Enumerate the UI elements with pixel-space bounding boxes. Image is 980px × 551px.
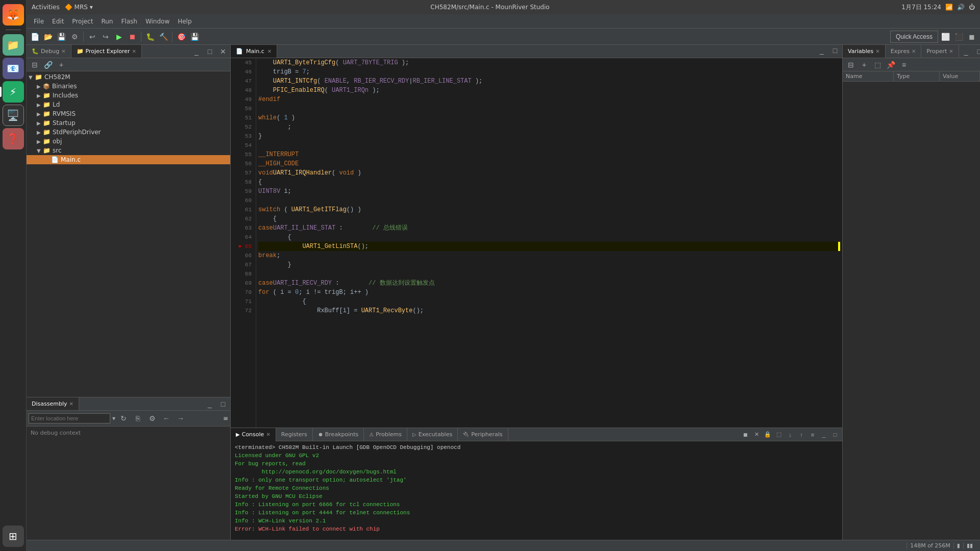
collapse-vars[interactable]: ⊟ xyxy=(845,59,857,71)
tree-ld[interactable]: ▶ 📁 Ld xyxy=(27,100,230,109)
toolbar-perspective-1[interactable]: ⬜ xyxy=(939,31,951,43)
minimize-editor[interactable]: _ xyxy=(816,44,828,57)
toolbar-new[interactable]: 📄 xyxy=(29,31,41,43)
maximize-left[interactable]: □ xyxy=(204,45,216,58)
toolbar-open[interactable]: 📂 xyxy=(42,31,54,43)
toolbar-perspective-3[interactable]: ◼ xyxy=(966,31,978,43)
menu-project[interactable]: Project xyxy=(68,17,97,26)
toolbar-target[interactable]: 🎯 xyxy=(175,31,187,43)
console-stop[interactable]: ⏹ xyxy=(740,430,750,440)
toolbar-build[interactable]: 🔨 xyxy=(157,31,169,43)
pin[interactable]: 📌 xyxy=(885,59,897,71)
dock-email[interactable]: 📧 xyxy=(3,58,24,79)
console-tab-close[interactable]: ✕ xyxy=(266,432,270,437)
activities-btn[interactable]: Activities xyxy=(32,4,60,11)
tab-debug[interactable]: 🐛 Debug ✕ xyxy=(27,45,71,58)
dock-mounriver[interactable]: ⚡ xyxy=(3,81,24,103)
tree-main-c[interactable]: 📄 Main.c xyxy=(27,155,230,164)
tree-includes[interactable]: ▶ 📁 Includes xyxy=(27,91,230,100)
menu-flash[interactable]: Flash xyxy=(117,17,141,26)
tree-stdperiphdriver[interactable]: ▶ 📁 StdPeriphDriver xyxy=(27,128,230,137)
collapse-all[interactable]: ⊟ xyxy=(29,59,41,71)
disasm-view-toggle[interactable]: ≡ xyxy=(223,415,228,422)
console-minimize[interactable]: _ xyxy=(819,430,829,440)
variables-tab-close[interactable]: ✕ xyxy=(875,48,879,54)
editor-tab-main-c[interactable]: 📄 Main.c ✕ xyxy=(231,45,277,58)
toolbar-settings[interactable]: ⚙ xyxy=(68,31,81,43)
menu-help[interactable]: Help xyxy=(174,17,195,26)
tab-expressions[interactable]: Expres ✕ xyxy=(886,45,922,58)
link-editor[interactable]: 🔗 xyxy=(42,59,54,71)
toolbar-save[interactable]: 💾 xyxy=(55,31,67,43)
tab-registers[interactable]: Registers xyxy=(276,428,313,441)
menu-run[interactable]: Run xyxy=(97,17,117,26)
tab-project-explorer[interactable]: 📁 Project Explorer ✕ xyxy=(71,45,142,58)
tab-console[interactable]: ▶ Console ✕ xyxy=(231,428,276,441)
open-new[interactable]: ⬚ xyxy=(871,59,884,71)
copy-btn[interactable]: ⎘ xyxy=(132,412,144,424)
console-clear[interactable]: ✕ xyxy=(751,430,762,440)
app-menu[interactable]: 🔶 MRS ▾ xyxy=(65,4,93,11)
tree-root-ch582m[interactable]: ▼ 📁 CH582M xyxy=(27,72,230,82)
tab-executables[interactable]: ▷ Executables xyxy=(407,428,458,441)
toolbar-redo[interactable]: ↪ xyxy=(100,31,112,43)
toolbar-debug[interactable]: 🐛 xyxy=(144,31,156,43)
tab-problems[interactable]: ⚠ Problems xyxy=(364,428,407,441)
dock-files[interactable]: 📁 xyxy=(3,34,24,56)
toolbar-chip[interactable]: 💾 xyxy=(188,31,201,43)
location-input[interactable] xyxy=(29,413,110,423)
tab-breakpoints[interactable]: ⏺ Breakpoints xyxy=(313,428,364,441)
disassembly-tab-close[interactable]: ✕ xyxy=(69,401,74,407)
toolbar-stop[interactable]: ⏹ xyxy=(126,31,138,43)
console-newwin[interactable]: ⬚ xyxy=(774,430,784,440)
maximize-right[interactable]: □ xyxy=(973,45,980,58)
menu-window[interactable]: Window xyxy=(141,17,174,26)
variables-table: Name Type Value xyxy=(843,71,980,540)
dock-help[interactable]: ❓ xyxy=(3,128,24,149)
code-content[interactable]: UART1_ByteTrigCfg( UART_7BYTE_TRIG ); tr… xyxy=(256,58,842,428)
console-maximize[interactable]: □ xyxy=(830,430,840,440)
nav-fwd[interactable]: → xyxy=(175,412,187,424)
add-var[interactable]: + xyxy=(858,59,870,71)
var-menu[interactable]: ≡ xyxy=(898,59,910,71)
maximize-editor[interactable]: □ xyxy=(829,44,841,57)
tree-rvmsis[interactable]: ▶ 📁 RVMSIS xyxy=(27,109,230,118)
dock-firefox[interactable]: 🦊 xyxy=(3,4,24,26)
properties-tab-close[interactable]: ✕ xyxy=(949,48,953,54)
menu-edit[interactable]: Edit xyxy=(48,17,68,26)
tree-startup[interactable]: ▶ 📁 Startup xyxy=(27,118,230,128)
console-out[interactable]: ↑ xyxy=(796,430,806,440)
toolbar-undo[interactable]: ↩ xyxy=(86,31,99,43)
toolbar-run[interactable]: ▶ xyxy=(113,31,125,43)
quick-access-button[interactable]: Quick Access xyxy=(890,31,938,43)
refresh-btn[interactable]: ↻ xyxy=(117,412,130,424)
dock-terminal[interactable]: 🖥️ xyxy=(3,105,24,126)
tab-variables[interactable]: Variables ✕ xyxy=(843,45,886,58)
console-in[interactable]: ↓ xyxy=(785,430,795,440)
tree-obj[interactable]: ▶ 📁 obj xyxy=(27,137,230,146)
new-file[interactable]: + xyxy=(55,59,67,71)
editor-tab-close[interactable]: ✕ xyxy=(267,48,272,54)
location-dropdown[interactable]: ▾ xyxy=(112,415,115,422)
dock-apps[interactable]: ⊞ xyxy=(3,525,24,547)
close-left[interactable]: ✕ xyxy=(217,45,229,58)
tab-disassembly[interactable]: Disassembly ✕ xyxy=(27,397,79,410)
minimize-left[interactable]: _ xyxy=(190,45,203,58)
project-tab-close[interactable]: ✕ xyxy=(132,48,136,54)
tree-src[interactable]: ▼ 📁 src xyxy=(27,146,230,155)
console-lock[interactable]: 🔒 xyxy=(763,430,773,440)
debug-tab-close[interactable]: ✕ xyxy=(61,48,65,54)
tab-properties[interactable]: Propert ✕ xyxy=(921,45,959,58)
nav-back[interactable]: ← xyxy=(160,412,173,424)
tree-binaries[interactable]: ▶ 📦 Binaries xyxy=(27,82,230,91)
code-editor[interactable]: 45 46 47 48 49 50 51 52 53 54 55 56 57 5… xyxy=(231,58,842,428)
expressions-tab-close[interactable]: ✕ xyxy=(912,48,916,54)
maximize-disasm[interactable]: □ xyxy=(217,398,229,410)
console-menu[interactable]: ≡ xyxy=(807,430,818,440)
minimize-disasm[interactable]: _ xyxy=(204,398,216,410)
tab-peripherals[interactable]: 🔌 Peripherals xyxy=(458,428,508,441)
menu-file[interactable]: File xyxy=(30,17,48,26)
toolbar-perspective-2[interactable]: ⬛ xyxy=(952,31,965,43)
minimize-right[interactable]: _ xyxy=(960,45,972,58)
settings-btn[interactable]: ⚙ xyxy=(146,412,158,424)
